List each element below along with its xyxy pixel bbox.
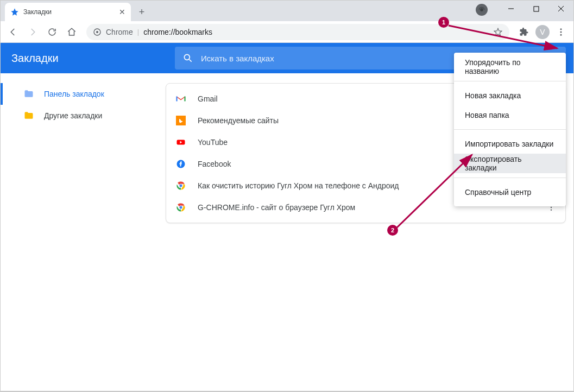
minimize-button[interactable] [499, 1, 523, 17]
bing-icon [176, 116, 186, 125]
star-icon [10, 8, 19, 16]
close-window-button[interactable] [548, 1, 573, 17]
sidebar-item-bookmarks-bar[interactable]: Панель закладок [1, 83, 158, 105]
svg-point-27 [551, 209, 552, 210]
menu-separator [454, 129, 566, 130]
facebook-icon [176, 159, 186, 169]
bookmark-star-icon[interactable] [493, 27, 503, 37]
maximize-button[interactable] [523, 1, 548, 17]
bookmark-label: Gmail [198, 94, 218, 103]
menu-help-center[interactable]: Справочный центр [454, 182, 566, 202]
reload-button[interactable] [44, 24, 60, 40]
avatar-letter: V [540, 28, 545, 36]
browser-menu-button[interactable] [553, 24, 569, 40]
menu-separator [454, 81, 566, 81]
svg-point-0 [480, 8, 483, 11]
omnibox-divider: | [137, 28, 139, 36]
new-tab-button[interactable]: + [134, 4, 149, 20]
forward-button[interactable] [24, 24, 41, 40]
close-icon[interactable]: ✕ [119, 8, 125, 16]
annotation-badge-2: 2 [387, 225, 398, 236]
bookmark-label: Как очистить историю Гугл Хром на телефо… [198, 181, 399, 190]
svg-rect-12 [177, 96, 185, 102]
window-bottom-border [1, 391, 573, 391]
svg-point-10 [184, 54, 190, 60]
window-titlebar: Закладки ✕ + [1, 1, 573, 21]
page-title: Закладки [11, 52, 59, 65]
sidebar-item-other-bookmarks[interactable]: Другие закладки [1, 105, 158, 127]
omnibox-hint: Chrome [106, 28, 133, 36]
svg-point-26 [551, 207, 552, 208]
menu-new-bookmark[interactable]: Новая закладка [454, 86, 566, 105]
svg-point-9 [560, 34, 562, 35]
svg-point-7 [560, 28, 562, 30]
chrome-icon [176, 203, 186, 212]
tab-title: Закладки [23, 8, 115, 16]
svg-point-8 [560, 31, 562, 33]
chrome-icon [176, 181, 186, 191]
annotation-badge-1: 1 [438, 17, 449, 28]
bookmark-label: YouTube [198, 138, 228, 147]
profile-badge-icon [476, 4, 488, 16]
youtube-icon [176, 137, 186, 147]
extensions-button[interactable] [516, 24, 532, 40]
menu-separator [454, 178, 566, 178]
avatar[interactable]: V [535, 25, 550, 39]
folder-icon [23, 110, 34, 121]
svg-line-11 [190, 60, 192, 62]
folder-icon [23, 88, 34, 99]
gmail-icon [176, 94, 186, 104]
browser-toolbar: Chrome | chrome://bookmarks V [1, 21, 573, 43]
sidebar-item-label: Другие закладки [44, 111, 102, 120]
browser-tab[interactable]: Закладки ✕ [5, 3, 131, 21]
bookmark-label: Facebook [198, 160, 231, 168]
svg-point-6 [96, 31, 98, 33]
sidebar: Панель закладок Другие закладки [1, 73, 158, 391]
omnibox-url: chrome://bookmarks [143, 28, 212, 36]
menu-import-bookmarks[interactable]: Импортировать закладки [454, 134, 566, 154]
chrome-icon [93, 28, 102, 36]
menu-export-bookmarks[interactable]: Экспортировать закладки [454, 154, 566, 173]
bookmark-label: Рекомендуемые сайты [198, 116, 279, 125]
tab-strip: Закладки ✕ + [1, 1, 149, 21]
organize-menu: Упорядочить по названию Новая закладка Н… [454, 53, 566, 206]
menu-new-folder[interactable]: Новая папка [454, 105, 566, 125]
home-button[interactable] [64, 24, 80, 40]
bookmark-label: G-CHROME.info - сайт о браузере Гугл Хро… [198, 203, 355, 212]
menu-sort-by-name[interactable]: Упорядочить по названию [454, 57, 566, 77]
back-button[interactable] [5, 24, 21, 40]
search-icon [182, 53, 193, 64]
window-controls [499, 1, 573, 17]
svg-rect-2 [534, 7, 539, 11]
sidebar-item-label: Панель закладок [44, 90, 104, 98]
